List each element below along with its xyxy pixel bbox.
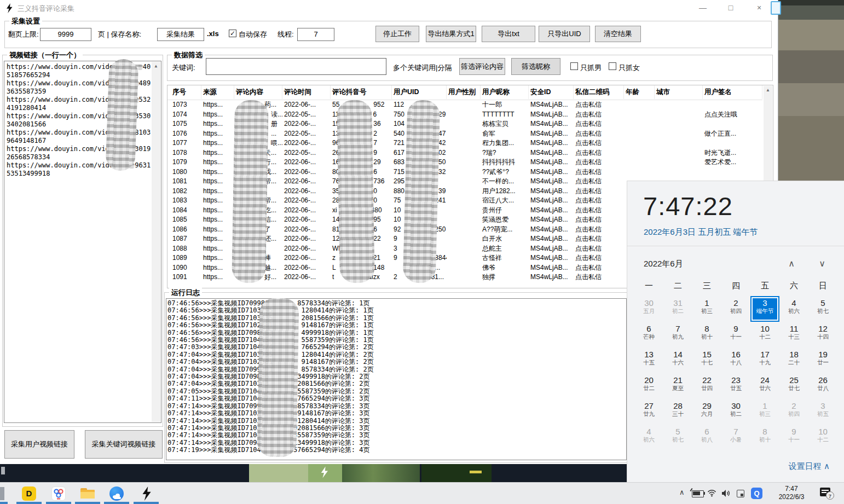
calendar-day[interactable]: 25廿七 xyxy=(779,373,808,399)
collect-button[interactable]: 采集用户视频链接 xyxy=(4,430,74,459)
log-box[interactable]: 07:46:56>>>采集视频ID7099808578334的评论第: 1页07… xyxy=(166,298,627,460)
calendar-next-button[interactable]: ∨ xyxy=(816,258,829,269)
calendar-day[interactable]: 30五月 xyxy=(634,296,663,322)
minimize-button[interactable]: — xyxy=(690,0,715,15)
calendar-day[interactable]: 30初二 xyxy=(721,399,750,425)
baidu-netdisk-icon[interactable] xyxy=(51,486,66,501)
calendar-day[interactable]: 6初八 xyxy=(692,425,721,450)
qq-browser-icon[interactable] xyxy=(109,486,124,501)
wifi-icon[interactable] xyxy=(707,489,716,499)
calendar-day[interactable]: 10十二 xyxy=(750,322,779,347)
calendar-day[interactable]: 13十五 xyxy=(634,347,663,373)
column-header[interactable]: 私信二维码 xyxy=(574,85,624,99)
ime-icon[interactable] xyxy=(737,490,744,497)
scroll-up-arrow[interactable]: ▲ xyxy=(764,86,772,95)
column-header[interactable]: 评论时间 xyxy=(282,85,331,99)
calendar-day[interactable]: 17十九 xyxy=(750,347,779,373)
schedule-link[interactable]: 设置日程 ∧ xyxy=(789,461,830,472)
cell xyxy=(703,100,762,110)
calendar-day[interactable]: 31初二 xyxy=(663,296,692,322)
keyword-input[interactable] xyxy=(206,58,386,75)
day-number: 30 xyxy=(634,298,663,308)
date-link[interactable]: 2022年6月3日 五月初五 端午节 xyxy=(644,227,758,237)
file-explorer-icon[interactable] xyxy=(80,486,95,501)
calendar-day[interactable]: 6芒种 xyxy=(634,322,663,347)
column-header[interactable]: 序号 xyxy=(171,85,201,99)
column-header[interactable]: 评论内容 xyxy=(234,85,282,99)
calendar-day[interactable]: 2初四 xyxy=(779,399,808,425)
settings-button[interactable]: 清空结果 xyxy=(595,26,641,42)
female-only-checkbox[interactable] xyxy=(609,62,616,70)
calendar-day[interactable]: 16十八 xyxy=(721,347,750,373)
column-header[interactable]: 来源 xyxy=(201,85,234,99)
speaker-icon[interactable] xyxy=(721,489,731,500)
calendar-day[interactable]: 23廿五 xyxy=(721,373,750,399)
calendar-day[interactable]: 19廿一 xyxy=(808,347,837,373)
calendar-day[interactable]: 11十三 xyxy=(779,322,808,347)
column-header[interactable]: 用户性别 xyxy=(447,85,481,99)
calendar-day[interactable]: 15十七 xyxy=(692,347,721,373)
calendar-day[interactable]: 8初十 xyxy=(750,425,779,450)
calendar-day[interactable]: 14十六 xyxy=(663,347,692,373)
calendar-day[interactable]: 7小暑 xyxy=(721,425,750,450)
column-header[interactable]: 城市 xyxy=(655,85,703,99)
tray-clock[interactable]: 7:47 2022/6/3 xyxy=(771,485,812,501)
autosave-checkbox[interactable]: ✓ xyxy=(229,30,236,37)
calendar-day[interactable]: 3端午节 xyxy=(750,296,779,322)
calendar-day[interactable]: 24廿六 xyxy=(750,373,779,399)
maximize-button[interactable]: □ xyxy=(718,0,743,15)
calendar-day[interactable]: 2初四 xyxy=(721,296,750,322)
male-only-checkbox[interactable] xyxy=(570,62,578,70)
calendar-day[interactable]: 27廿九 xyxy=(634,399,663,425)
column-header[interactable]: 安全ID xyxy=(529,85,574,99)
settings-button[interactable]: 只导出UID xyxy=(539,26,590,42)
calendar-day[interactable]: 5初七 xyxy=(808,296,837,322)
thread-input[interactable]: 7 xyxy=(297,28,334,41)
calendar-day[interactable]: 1初三 xyxy=(692,296,721,322)
calendar-day[interactable]: 4初六 xyxy=(634,425,663,450)
calendar-day[interactable]: 1初三 xyxy=(750,399,779,425)
tray-chevron-up-icon[interactable]: ∧ xyxy=(679,488,685,496)
calendar-day[interactable]: 8初十 xyxy=(692,322,721,347)
filter-nick-button[interactable]: 筛选昵称 xyxy=(511,58,560,75)
column-header[interactable]: 用户UID xyxy=(392,85,447,99)
settings-button[interactable]: 导出txt xyxy=(482,26,535,42)
calendar-day[interactable]: 28三十 xyxy=(663,399,692,425)
column-header[interactable]: 用户昵称 xyxy=(481,85,529,99)
calendar-day[interactable]: 3初五 xyxy=(808,399,837,425)
calendar-day[interactable]: 7初九 xyxy=(663,322,692,347)
calendar-day[interactable]: 21夏至 xyxy=(663,373,692,399)
calendar-day[interactable]: 18二十 xyxy=(779,347,808,373)
calendar-day[interactable]: 26廿八 xyxy=(808,373,837,399)
lightning-app-icon[interactable] xyxy=(139,486,153,501)
save-name-input[interactable]: 采集结果 xyxy=(157,28,204,41)
calendar-day[interactable]: 10十二 xyxy=(808,425,837,450)
settings-button[interactable]: 导出结果方式1 xyxy=(426,26,476,42)
column-header[interactable]: 用户签名 xyxy=(703,85,762,99)
q-app-tray-icon[interactable]: Q xyxy=(751,488,762,499)
scroll-up-arrow[interactable]: ▲ xyxy=(152,62,160,71)
battery-icon[interactable] xyxy=(692,490,704,497)
calendar-day[interactable]: 29六月 xyxy=(692,399,721,425)
video-links-box[interactable]: https://www.douyin.com/video/74051857665… xyxy=(4,61,161,423)
calendar-day[interactable]: 9十一 xyxy=(779,425,808,450)
column-header[interactable]: 评论抖音号 xyxy=(331,85,392,99)
page-limit-input[interactable]: 9999 xyxy=(40,28,91,41)
d-app-taskbar-icon[interactable]: D xyxy=(22,486,36,501)
calendar-day[interactable]: 22廿四 xyxy=(692,373,721,399)
cell: 2022-05-... xyxy=(282,110,331,120)
settings-button[interactable]: 停止工作 xyxy=(375,26,419,42)
calendar-day[interactable]: 4初六 xyxy=(779,296,808,322)
calendar-prev-button[interactable]: ∧ xyxy=(785,258,798,269)
log-head: 07:47:14>>>采集视频ID71023 xyxy=(167,409,265,417)
close-button[interactable]: × xyxy=(747,0,772,15)
taskbar-icon-partial[interactable] xyxy=(0,487,4,500)
filter-comment-button[interactable]: 筛选评论内容 xyxy=(459,58,505,75)
calendar-day[interactable]: 9十一 xyxy=(721,322,750,347)
calendar-day[interactable]: 12十四 xyxy=(808,322,837,347)
calendar-day[interactable]: 5初七 xyxy=(663,425,692,450)
collect-button[interactable]: 采集关键词视频链接 xyxy=(85,430,163,459)
column-header[interactable]: 年龄 xyxy=(624,85,655,99)
video-links-scrollbar[interactable]: ▲ xyxy=(152,62,160,422)
calendar-day[interactable]: 20廿二 xyxy=(634,373,663,399)
